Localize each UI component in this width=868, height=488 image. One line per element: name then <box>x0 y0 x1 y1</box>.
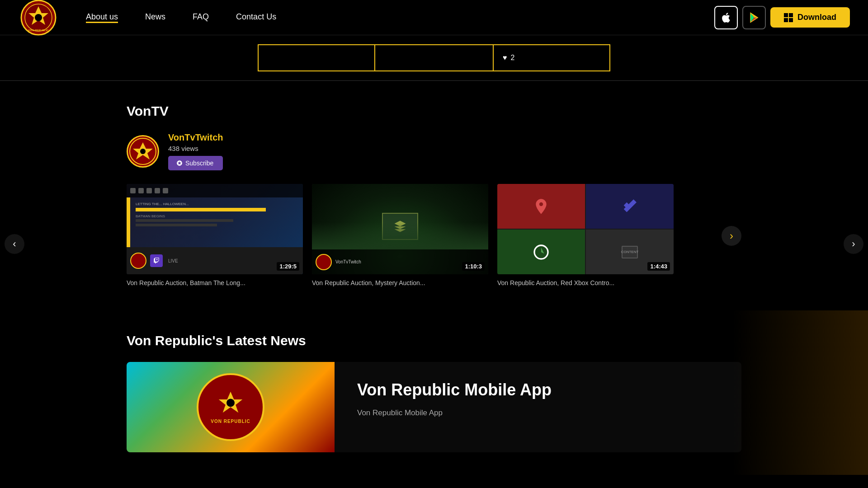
video-row: LETTING THE... HALLOWEEN... BATMAN BEGIN… <box>127 184 712 288</box>
like-count: 2 <box>511 54 515 62</box>
channel-name: VonTvTwitch <box>168 132 223 143</box>
video-card-2[interactable]: VonTvTwitch 1:10:3 Von Republic Auction,… <box>312 184 488 288</box>
top-card-2 <box>375 44 493 71</box>
main-content: ♥ 2 VonTV VonTvTwitch 438 views Subscrib… <box>0 0 868 475</box>
download-button[interactable]: Download <box>770 7 850 28</box>
navbar: VON REPUBLIC About us News FAQ Contact U… <box>0 0 868 35</box>
channel-info: VonTvTwitch 438 views Subscribe <box>168 132 223 170</box>
video-duration-1: 1:29:5 <box>277 262 299 271</box>
video-thumb-2: VonTvTwitch 1:10:3 <box>312 184 488 274</box>
news-article-title: Von Republic Mobile App <box>357 380 719 399</box>
heart-icon: ♥ <box>503 54 507 62</box>
video-title-1: Von Republic Auction, Batman The Long... <box>127 279 303 288</box>
vontv-section: VonTV VonTvTwitch 438 views Subscribe <box>0 81 868 310</box>
video-thumb-1: LETTING THE... HALLOWEEN... BATMAN BEGIN… <box>127 184 303 274</box>
svg-point-14 <box>226 399 235 407</box>
video-title-2: Von Republic Auction, Mystery Auction... <box>312 279 488 288</box>
windows-icon <box>784 13 793 22</box>
google-play-button[interactable] <box>742 6 766 29</box>
nav-about[interactable]: About us <box>86 12 118 23</box>
video-carousel: LETTING THE... HALLOWEEN... BATMAN BEGIN… <box>127 184 741 288</box>
logo[interactable]: VON REPUBLIC <box>18 0 59 38</box>
video-thumb-3: CONTENT 1:4:43 <box>497 184 674 274</box>
news-article-excerpt: Von Republic Mobile App <box>357 408 719 418</box>
svg-text:VON REPUBLIC: VON REPUBLIC <box>28 29 49 32</box>
nav-links: About us News FAQ Contact Us <box>86 12 714 23</box>
apple-button[interactable] <box>714 6 738 29</box>
video-card-1[interactable]: LETTING THE... HALLOWEEN... BATMAN BEGIN… <box>127 184 303 288</box>
news-logo-badge: VON REPUBLIC <box>197 373 264 441</box>
channel-header: VonTvTwitch 438 views Subscribe <box>127 132 741 170</box>
svg-point-11 <box>140 149 146 154</box>
top-card-liked: ♥ 2 <box>493 44 610 71</box>
news-card[interactable]: VON REPUBLIC Von Republic Mobile App Von… <box>127 362 741 452</box>
video-duration-3: 1:4:43 <box>647 262 670 271</box>
channel-views: 438 views <box>168 145 223 152</box>
carousel-next-button[interactable]: › <box>722 226 741 246</box>
top-card-1 <box>258 44 375 71</box>
video-duration-2: 1:10:3 <box>462 262 485 271</box>
vontv-title: VonTV <box>127 103 741 119</box>
nav-faq[interactable]: FAQ <box>193 12 209 23</box>
top-cards: ♥ 2 <box>0 35 868 81</box>
nav-contact[interactable]: Contact Us <box>236 12 276 23</box>
video-card-3[interactable]: CONTENT 1:4:43 Von Republic Auction, Red… <box>497 184 674 288</box>
side-nav-left-button[interactable]: ‹ <box>5 234 24 254</box>
news-thumb: VON REPUBLIC <box>127 362 335 452</box>
news-title: Von Republic's Latest News <box>127 333 741 348</box>
channel-avatar <box>127 135 159 168</box>
video-title-3: Von Republic Auction, Red Xbox Contro... <box>497 279 674 288</box>
side-nav-right-button[interactable]: › <box>844 234 863 254</box>
news-content: Von Republic Mobile App Von Republic Mob… <box>335 362 741 452</box>
nav-news[interactable]: News <box>145 12 165 23</box>
nav-right: Download <box>714 6 850 29</box>
news-section: Von Republic's Latest News VON REPUBLIC … <box>0 310 868 475</box>
news-gradient <box>732 310 868 475</box>
svg-point-3 <box>35 14 42 21</box>
subscribe-button[interactable]: Subscribe <box>168 156 223 170</box>
